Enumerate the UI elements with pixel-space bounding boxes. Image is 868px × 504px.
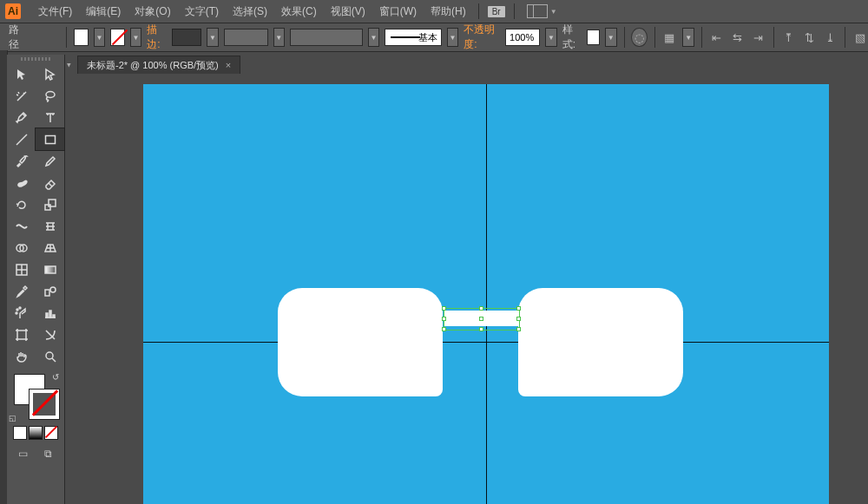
tool-lasso[interactable] [36,85,64,107]
tool-eraser[interactable] [36,172,64,193]
tool-line[interactable] [7,128,36,150]
tool-gradient[interactable] [36,259,64,280]
shape-right-lens[interactable] [518,288,683,396]
menu-item-2[interactable]: 对象(O) [128,4,177,19]
selection-handle[interactable] [479,317,483,321]
tool-width[interactable] [7,215,36,237]
opacity-label: 不透明度: [464,23,500,52]
tool-rectangle[interactable] [36,128,64,150]
change-screen-mode-icon[interactable]: ⧉ [41,447,56,461]
svg-point-11 [19,307,21,309]
tool-blend[interactable] [36,280,64,302]
menu-item-0[interactable]: 文件(F) [31,4,79,19]
svg-rect-13 [46,313,48,317]
align-bottom-icon[interactable]: ⤓ [822,28,838,47]
selection-handle[interactable] [442,327,446,331]
menu-item-1[interactable]: 编辑(E) [79,4,128,19]
svg-point-17 [46,352,53,359]
tool-magic-wand[interactable] [7,85,36,107]
screen-mode-icon[interactable]: ▭ [16,447,31,461]
tool-hand[interactable] [7,345,36,367]
align-panel-icon[interactable]: ▦ [661,28,677,47]
stroke-dropdown[interactable]: ▼ [130,28,141,47]
shape-left-lens[interactable] [278,288,443,396]
selection-handle[interactable] [516,317,521,321]
stroke-weight-dropdown[interactable]: ▼ [207,28,218,47]
tools-panel: ↺ ◱ ▭ ⧉ [7,55,65,504]
tool-graph[interactable] [36,302,64,324]
stroke-weight-input[interactable] [172,29,202,46]
svg-rect-16 [17,331,26,339]
align-top-icon[interactable]: ⤒ [780,28,796,47]
fill-dropdown[interactable]: ▼ [94,28,105,47]
selection-bounding-box[interactable] [444,308,520,331]
selection-handle[interactable] [516,306,521,311]
document-tab-row: ▸ 未标题-2* @ 100% (RGB/预览) × [65,55,868,74]
swap-fill-stroke-icon[interactable]: ↺ [52,372,59,382]
fill-swatch[interactable] [74,29,89,46]
stroke-profile-dropdown[interactable] [224,29,268,46]
selection-handle[interactable] [479,327,483,331]
stroke-swatch[interactable] [110,29,125,46]
bridge-badge[interactable]: Br [488,6,505,17]
opacity-dropdown[interactable]: ▼ [545,28,556,47]
tool-symbol-sprayer[interactable] [7,302,36,324]
tool-zoom[interactable] [36,345,64,367]
selection-handle[interactable] [442,306,446,311]
canvas-area[interactable] [65,74,868,504]
selection-handle[interactable] [516,327,521,331]
svg-point-12 [16,312,17,314]
fill-stroke-block: ↺ ◱ [7,370,64,422]
tool-paintbrush[interactable] [7,150,36,172]
tool-pencil[interactable] [36,150,64,172]
color-mode-gradient[interactable] [29,426,43,440]
artboard[interactable] [143,84,829,504]
app-logo-icon: Ai [5,3,21,19]
tool-selection[interactable] [7,63,36,85]
brush-style-display[interactable] [385,29,442,46]
menu-item-4[interactable]: 选择(S) [226,4,274,19]
menu-item-3[interactable]: 文字(T) [178,4,226,19]
guide-horizontal[interactable] [143,342,829,343]
document-tab[interactable]: 未标题-2* @ 100% (RGB/预览) × [77,56,240,74]
tool-rotate[interactable] [7,193,36,215]
default-fill-stroke-icon[interactable]: ◱ [9,414,16,422]
panel-grip-icon[interactable] [7,55,64,63]
control-bar: 路径 ▼ ▼ 描边: ▼ ▼ ▼ ▼ 不透明度: 100% ▼ 样式: ▼ ◌ … [0,23,868,52]
recolor-artwork-icon[interactable]: ◌ [631,28,647,47]
selection-handle[interactable] [442,317,446,321]
tool-perspective[interactable] [36,237,64,259]
close-icon[interactable]: × [226,60,231,70]
tool-mesh[interactable] [7,259,36,280]
tool-shape-builder[interactable] [7,237,36,259]
align-left-icon[interactable]: ⇤ [709,28,725,47]
transform-panel-icon[interactable]: ▧ [852,28,868,47]
brush-definition-dropdown[interactable] [290,29,363,46]
stroke-color-swatch[interactable] [30,389,59,419]
tool-artboard[interactable] [7,324,36,345]
tool-type[interactable] [36,107,64,128]
tool-warp[interactable] [36,215,64,237]
color-mode-none[interactable] [44,426,58,440]
guide-vertical[interactable] [486,84,487,504]
tool-pen[interactable] [7,107,36,128]
menu-item-8[interactable]: 帮助(H) [424,4,473,19]
menu-item-6[interactable]: 视图(V) [324,4,372,19]
svg-rect-1 [45,135,55,143]
opacity-input[interactable]: 100% [505,29,540,46]
color-mode-solid[interactable] [13,426,27,440]
menu-item-5[interactable]: 效果(C) [274,4,324,19]
menu-item-7[interactable]: 窗口(W) [372,4,424,19]
graphic-style-swatch[interactable] [587,29,600,45]
chevron-down-icon[interactable]: ▼ [550,8,557,16]
tool-slice[interactable] [36,324,64,345]
tool-scale[interactable] [36,193,64,215]
workspace-layout-icon[interactable] [527,4,548,18]
selection-handle[interactable] [479,306,483,311]
align-right-icon[interactable]: ⇥ [751,28,766,47]
tool-eyedropper[interactable] [7,280,36,302]
tool-blob-brush[interactable] [7,172,36,193]
tool-direct-selection[interactable] [36,63,64,85]
align-center-v-icon[interactable]: ⇅ [801,28,817,47]
align-center-h-icon[interactable]: ⇆ [730,28,746,47]
